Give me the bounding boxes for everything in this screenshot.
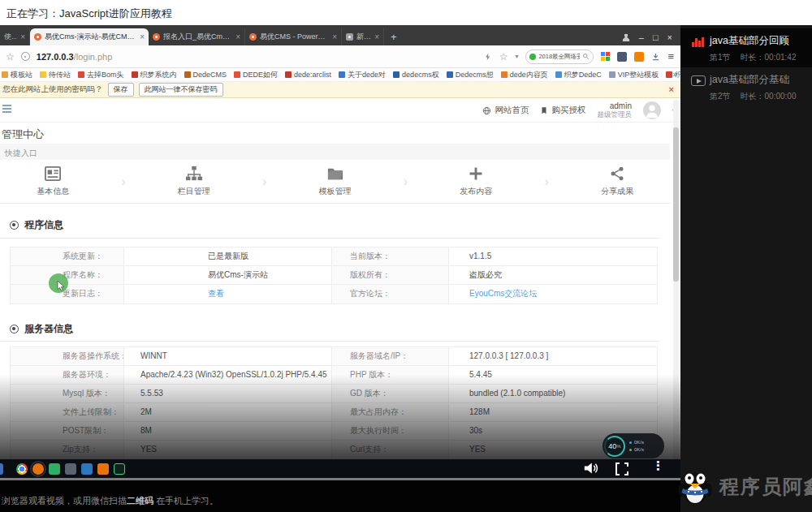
- official-forum-link[interactable]: EyouCms交流论坛: [449, 285, 657, 303]
- bookmark-item[interactable]: dede:arclist: [285, 71, 331, 79]
- bookmark-favicon: [2, 71, 8, 78]
- favorite-star-icon[interactable]: ☆: [499, 51, 508, 62]
- bookmark-star-icon[interactable]: ☆: [6, 51, 15, 62]
- page-scrollbar[interactable]: [673, 100, 679, 477]
- globe-icon: [482, 106, 491, 115]
- url-text[interactable]: 127.0.0.3/login.php: [37, 52, 113, 62]
- close-button[interactable]: ×: [667, 32, 672, 42]
- avatar[interactable]: [643, 101, 661, 119]
- playlist-item[interactable]: java基础部分基础 第2节 时长：00:00:00: [680, 67, 812, 106]
- bookmarks-overflow-icon[interactable]: »: [672, 70, 677, 79]
- table-row: 服务器操作系统： WINNT 服务器域名/IP： 127.0.0.3 [ 127…: [11, 347, 657, 366]
- bookmark-item[interactable]: dedecms权: [393, 70, 439, 80]
- bookmark-item[interactable]: Dedecms想: [447, 70, 494, 80]
- extension-orange-icon[interactable]: [634, 52, 644, 62]
- bookmark-item[interactable]: 织梦系统内: [132, 70, 177, 80]
- row-label: 服务器域名/IP：: [332, 347, 449, 365]
- profile-icon[interactable]: [622, 33, 630, 41]
- taskbar-app-icon[interactable]: [81, 463, 93, 475]
- taskbar-app-icon[interactable]: [0, 463, 3, 475]
- table-row: Zip支持： YES Curl支持： YES: [11, 441, 657, 459]
- site-info-icon[interactable]: [21, 52, 30, 61]
- browser-tab[interactable]: 新标签页 ×: [342, 28, 384, 45]
- lesson-meta: 第2节 时长：00:00:00: [710, 91, 797, 102]
- browser-tab[interactable]: 报名入口_易优Cms-演示站 ×: [149, 28, 245, 45]
- tab-close-icon[interactable]: ×: [235, 32, 240, 41]
- bookmark-item[interactable]: DEDE如何: [234, 70, 278, 80]
- extensions-icon[interactable]: [617, 52, 627, 62]
- video-frame[interactable]: 使用过 × 易优Cms-演示站-易优CMS企... × 报名入口_易优Cms-演…: [0, 25, 680, 480]
- play-icon: [691, 75, 706, 86]
- percent-ring: 40%: [604, 436, 625, 457]
- download-dot-icon: [629, 449, 632, 451]
- notification-close-icon[interactable]: ×: [669, 84, 674, 94]
- chevron-right-icon: ›: [106, 174, 140, 189]
- bookmark-favicon: [555, 71, 562, 78]
- sidebar-toggle-icon[interactable]: [2, 105, 11, 114]
- row-value: bundled (2.1.0 compatible): [449, 385, 657, 402]
- tab-close-icon[interactable]: ×: [140, 32, 145, 41]
- caret-down-icon[interactable]: ▾: [515, 53, 518, 60]
- bookmark-item[interactable]: DedeCMS: [184, 71, 227, 79]
- quick-share-result[interactable]: 分享成果: [564, 166, 670, 197]
- quick-template-manage[interactable]: 模板管理: [282, 166, 387, 197]
- bookmark-item[interactable]: 织梦DedeC: [555, 70, 602, 80]
- qrcode-link[interactable]: 二维码: [127, 496, 153, 506]
- taskbar-app-icon[interactable]: [97, 463, 109, 475]
- quick-entry-bar: 快捷入口: [0, 144, 670, 160]
- save-password-button[interactable]: 保存: [108, 83, 134, 97]
- tab-close-icon[interactable]: ×: [332, 32, 337, 41]
- apps-grid-icon[interactable]: [601, 52, 610, 61]
- browser-e-icon[interactable]: [32, 463, 44, 475]
- browser-menu-icon[interactable]: ≡: [667, 50, 674, 62]
- row-value: 2M: [124, 403, 332, 421]
- search-engine-icon: [529, 54, 536, 60]
- footer-caption: 浏览器观看视频，或用微信扫描二维码 在手机上学习。: [2, 495, 218, 507]
- playlist-item-active[interactable]: java基础部分回顾 第1节 时长：00:01:42: [680, 28, 812, 67]
- bookmark-item[interactable]: 去掉Bom头: [78, 70, 124, 80]
- row-value: Apache/2.4.23 (Win32) OpenSSL/1.0.2j PHP…: [124, 366, 332, 384]
- channel-watermark: 程序员阿鑫: [677, 467, 812, 506]
- flash-icon[interactable]: [484, 52, 492, 62]
- view-changelog-link[interactable]: 查看: [124, 285, 332, 303]
- browser-tab[interactable]: 使用过 ×: [0, 28, 30, 45]
- taskbar-app-icon[interactable]: [65, 463, 76, 475]
- minimize-button[interactable]: –: [639, 32, 644, 42]
- scrollbar-thumb[interactable]: [673, 127, 679, 282]
- row-label: PHP 版本：: [332, 366, 449, 384]
- bookmark-favicon: [501, 71, 508, 78]
- bookmark-item[interactable]: VIP整站模板: [609, 70, 659, 80]
- percent-value: 40: [608, 442, 616, 450]
- fullscreen-icon[interactable]: [615, 463, 628, 475]
- taskbar-app-icon[interactable]: [49, 463, 60, 475]
- row-value: 易优Cms-演示站: [124, 266, 332, 284]
- taskbar-app-icon[interactable]: [114, 463, 125, 475]
- tab-close-icon[interactable]: ×: [20, 32, 25, 41]
- tab-close-icon[interactable]: ×: [374, 32, 379, 41]
- more-options-icon[interactable]: ⋮: [652, 458, 664, 473]
- quick-basic-info[interactable]: 基本信息: [0, 166, 106, 197]
- quick-publish-content[interactable]: 发布内容: [423, 166, 529, 197]
- chevron-right-icon: ›: [247, 174, 282, 189]
- search-icon[interactable]: [582, 53, 590, 60]
- browser-tab[interactable]: 易优CMS - Powered by Eyou... ×: [245, 28, 342, 45]
- browser-tab-active[interactable]: 易优Cms-演示站-易优CMS企... ×: [30, 28, 149, 45]
- buy-license-link[interactable]: 购买授权: [540, 105, 585, 116]
- download-icon[interactable]: [651, 52, 660, 62]
- bookmark-item[interactable]: dede内容页: [501, 70, 548, 80]
- never-save-button[interactable]: 此网站一律不保存密码: [139, 83, 223, 97]
- speed-monitor[interactable]: 40% 0K/s 0K/s: [603, 433, 664, 458]
- bookmark-favicon: [40, 71, 46, 78]
- site-home-link[interactable]: 网站首页: [482, 105, 529, 116]
- bookmark-item[interactable]: 模板站: [2, 70, 32, 80]
- search-box[interactable]: 2018最全网络安全指南出炉: [525, 49, 594, 64]
- bookmark-item[interactable]: 关于dede对: [339, 70, 386, 80]
- quick-column-manage[interactable]: 栏目管理: [141, 166, 247, 197]
- bookmark-item[interactable]: 待传站: [40, 70, 71, 80]
- maximize-button[interactable]: □: [653, 32, 659, 42]
- new-tab-button[interactable]: +: [391, 31, 397, 43]
- volume-icon[interactable]: [583, 461, 599, 475]
- chrome-icon[interactable]: [16, 463, 28, 475]
- row-value: WINNT: [124, 347, 332, 365]
- folder-icon: [326, 166, 344, 182]
